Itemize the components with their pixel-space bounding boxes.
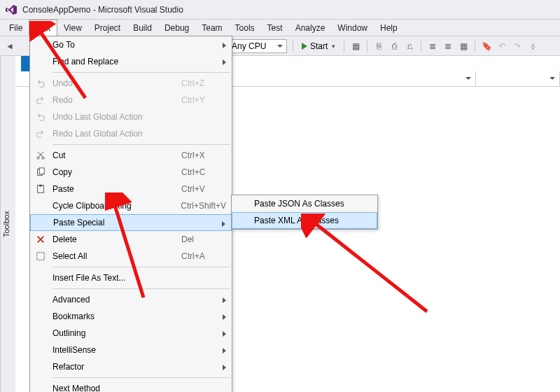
menu-item-paste[interactable]: PasteCtrl+V xyxy=(30,181,232,197)
menu-item-delete[interactable]: DeleteDel xyxy=(30,231,232,248)
undo-icon xyxy=(30,78,51,88)
menu-item-label: Delete xyxy=(51,234,173,244)
chevron-right-icon xyxy=(223,59,226,65)
menu-item-next-method[interactable]: Next Method xyxy=(30,380,232,392)
menu-view[interactable]: View xyxy=(57,20,88,36)
menu-item-copy[interactable]: CopyCtrl+C xyxy=(30,164,232,181)
chevron-right-icon xyxy=(223,298,226,303)
menu-analyze[interactable]: Analyze xyxy=(289,20,332,36)
title-bar: ConsoleAppDemo - Microsoft Visual Studio xyxy=(0,0,560,20)
menu-item-shortcut: Ctrl+Z xyxy=(173,78,226,88)
toolbar-icon[interactable]: ⎙ xyxy=(388,41,400,52)
nav-combo-right[interactable] xyxy=(476,71,560,86)
toolbar-icon[interactable]: ⎌ xyxy=(404,41,415,52)
menu-item-bookmarks[interactable]: Bookmarks xyxy=(30,308,232,325)
window-title: ConsoleAppDemo - Microsoft Visual Studio xyxy=(22,5,183,15)
toolbar-icon[interactable]: ⎘ xyxy=(373,41,384,52)
chevron-right-icon xyxy=(223,348,226,354)
chevron-down-icon: ▾ xyxy=(332,43,335,50)
menu-item-find-and-replace[interactable]: Find and Replace xyxy=(30,53,232,70)
menu-tools[interactable]: Tools xyxy=(229,20,261,36)
chevron-right-icon xyxy=(223,365,226,370)
play-icon xyxy=(302,43,307,50)
svg-rect-5 xyxy=(39,185,42,187)
menu-separator xyxy=(52,377,230,378)
svg-rect-3 xyxy=(39,168,44,174)
cut-icon xyxy=(30,150,51,160)
platform-combo-text: Any CPU xyxy=(232,41,266,51)
toolbar-icon: ↶ xyxy=(496,41,507,52)
toolbar-icon[interactable]: ≣ xyxy=(442,41,454,52)
platform-combo[interactable]: Any CPU xyxy=(227,39,287,53)
copy-icon xyxy=(30,167,51,177)
start-button-label: Start xyxy=(310,41,328,51)
toolbar-icon[interactable]: ≣ xyxy=(427,41,438,52)
menu-item-label: Paste Special xyxy=(52,218,225,227)
menu-item-label: Next Method xyxy=(51,384,226,392)
menu-item-label: Copy xyxy=(51,167,173,177)
separator xyxy=(475,40,475,52)
submenu-item-paste-xml-as-classes[interactable]: Paste XML As Classes xyxy=(232,212,377,229)
submenu-item-paste-json-as-classes[interactable]: Paste JSON As Classes xyxy=(232,195,377,212)
svg-rect-6 xyxy=(37,253,45,260)
menu-file[interactable]: File xyxy=(3,20,29,36)
menu-item-label: Select All xyxy=(51,251,173,261)
menu-help[interactable]: Help xyxy=(374,20,404,36)
nav-back-icon[interactable]: ◄ xyxy=(4,41,15,52)
menu-build[interactable]: Build xyxy=(127,20,158,36)
menu-item-label: Paste xyxy=(51,184,173,194)
menu-item-redo-last-global-action: Redo Last Global Action xyxy=(30,125,232,142)
svg-point-1 xyxy=(42,157,45,160)
submenu-item-label: Paste JSON As Classes xyxy=(253,199,372,209)
chevron-right-icon xyxy=(223,314,226,320)
menu-item-insert-file-as-text-[interactable]: Insert File As Text... xyxy=(30,270,232,286)
toolbar-icon[interactable]: ▦ xyxy=(458,41,469,52)
menu-item-label: Cycle Clipboard Ring xyxy=(51,201,172,211)
start-button[interactable]: Start ▾ xyxy=(299,41,338,51)
menu-item-intellisense[interactable]: IntelliSense xyxy=(30,342,232,358)
menu-item-redo: RedoCtrl+Y xyxy=(30,92,232,108)
select-icon xyxy=(30,251,51,261)
separator xyxy=(367,40,368,52)
menu-item-label: IntelliSense xyxy=(51,345,226,355)
menu-item-label: Cut xyxy=(51,150,173,160)
separator xyxy=(293,40,293,52)
toolbar-icon[interactable]: ▦ xyxy=(350,41,361,52)
toolbar-icon: ↷ xyxy=(512,41,523,52)
menu-separator xyxy=(52,267,230,267)
submenu-item-label: Paste XML As Classes xyxy=(253,216,371,225)
bookmark-icon[interactable]: 🔖 xyxy=(481,41,492,52)
menu-item-shortcut: Ctrl+Y xyxy=(173,95,226,105)
menu-debug[interactable]: Debug xyxy=(158,20,195,36)
menu-item-paste-special[interactable]: Paste Special xyxy=(30,214,232,231)
menu-test[interactable]: Test xyxy=(261,20,289,36)
menu-window[interactable]: Window xyxy=(331,20,374,36)
separator xyxy=(344,40,344,52)
menu-item-shortcut: Del xyxy=(173,234,226,244)
chevron-right-icon xyxy=(223,331,226,337)
menu-item-label: Refactor xyxy=(51,362,226,372)
vs-logo-icon xyxy=(6,4,17,15)
menu-item-outlining[interactable]: Outlining xyxy=(30,325,232,342)
separator xyxy=(421,40,421,52)
toolbox-tab[interactable]: Toolbox xyxy=(0,56,15,392)
menu-item-label: Advanced xyxy=(51,295,226,304)
menu-item-select-all[interactable]: Select AllCtrl+A xyxy=(30,248,232,265)
paste-icon xyxy=(30,184,51,194)
menu-item-cycle-clipboard-ring[interactable]: Cycle Clipboard RingCtrl+Shift+V xyxy=(30,197,232,214)
menu-team[interactable]: Team xyxy=(195,20,228,36)
menu-edit[interactable]: Edit xyxy=(29,20,57,36)
menu-project[interactable]: Project xyxy=(88,20,127,36)
toolbar-icon[interactable]: ⎀ xyxy=(527,41,538,52)
menu-item-cut[interactable]: CutCtrl+X xyxy=(30,147,232,164)
menu-item-refactor[interactable]: Refactor xyxy=(30,358,232,375)
menu-item-shortcut: Ctrl+A xyxy=(173,251,226,261)
menu-item-go-to[interactable]: Go To xyxy=(30,36,232,53)
menu-item-shortcut: Ctrl+C xyxy=(173,167,226,177)
menu-item-shortcut: Ctrl+X xyxy=(173,150,226,160)
redo-icon xyxy=(30,95,51,105)
paste-special-submenu: Paste JSON As ClassesPaste XML As Classe… xyxy=(231,195,378,230)
menu-item-label: Go To xyxy=(51,40,226,50)
menu-item-advanced[interactable]: Advanced xyxy=(30,291,232,308)
menu-item-label: Insert File As Text... xyxy=(51,273,226,283)
